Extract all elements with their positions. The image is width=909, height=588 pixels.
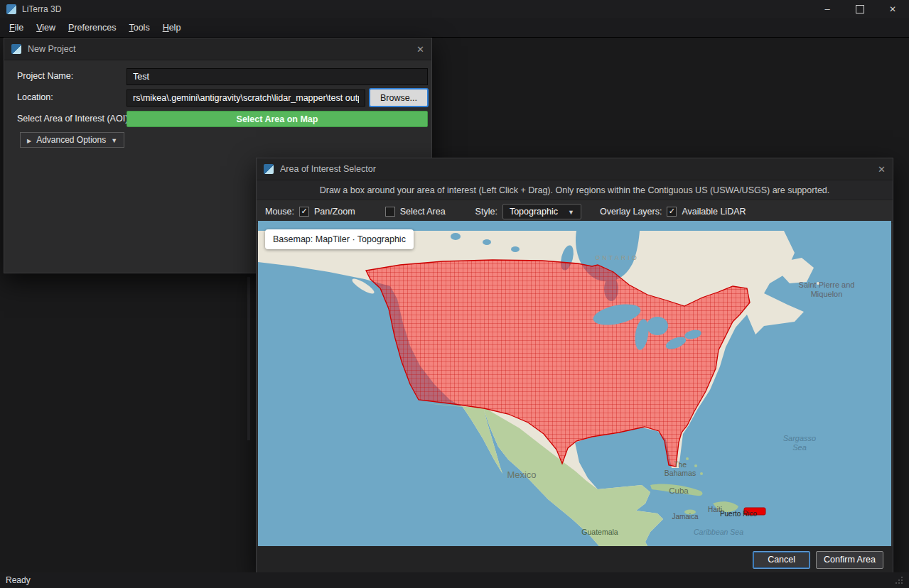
project-name-label: Project Name: — [17, 71, 73, 81]
aoi-titlebar: Area of Interest Selector — [257, 158, 893, 180]
aoi-instructions: Draw a box around your area of interest … — [257, 180, 893, 200]
menubar: File View Preferences Tools Help — [0, 18, 909, 38]
aoi-label: Select Area of Interest (AOI): — [17, 114, 131, 124]
minimize-icon — [824, 4, 829, 14]
app-window: LiTerra 3D File View Preferences Tools H… — [0, 0, 909, 588]
close-button[interactable] — [876, 0, 909, 18]
style-label: Style: — [475, 207, 497, 217]
expander-arrow-icon — [27, 135, 31, 145]
jamaica-island — [684, 510, 696, 515]
lake — [511, 246, 520, 252]
lake — [451, 233, 461, 240]
bahamas-island — [686, 457, 689, 460]
background-divider — [247, 277, 250, 440]
new-project-titlebar: New Project — [4, 38, 431, 60]
chevron-down-icon — [568, 207, 574, 217]
style-dropdown[interactable]: Topographic — [502, 204, 581, 219]
app-icon — [6, 4, 16, 14]
browse-button[interactable]: Browse... — [369, 88, 429, 107]
available-lidar-checkbox[interactable] — [667, 207, 677, 217]
menu-view[interactable]: View — [30, 21, 62, 35]
available-lidar-label: Available LiDAR — [682, 207, 746, 217]
menu-help[interactable]: Help — [156, 21, 188, 35]
select-area-label: Select Area — [400, 207, 446, 217]
cancel-button[interactable]: Cancel — [753, 551, 810, 569]
bahamas-island — [700, 472, 703, 475]
map-canvas — [258, 221, 891, 546]
aoi-title: Area of Interest Selector — [280, 164, 376, 174]
statusbar: Ready — [0, 572, 909, 588]
pan-zoom-checkbox[interactable] — [299, 207, 309, 217]
bahamas-island — [694, 464, 697, 467]
select-area-on-map-button[interactable]: Select Area on Map — [127, 111, 428, 127]
aoi-toolbar: Mouse: Pan/Zoom Select Area Style: Topog… — [257, 200, 893, 223]
dialog-icon — [11, 44, 21, 54]
close-icon — [889, 4, 896, 14]
dialog-icon — [264, 164, 274, 174]
aoi-footer: Cancel Confirm Area — [257, 546, 893, 573]
lake-huron — [647, 317, 668, 335]
project-name-input[interactable] — [127, 68, 428, 85]
aoi-selector-dialog: Area of Interest Selector Draw a box aro… — [256, 158, 893, 574]
lake — [483, 239, 491, 245]
confirm-area-button[interactable]: Confirm Area — [816, 551, 883, 569]
location-input[interactable] — [127, 89, 365, 107]
close-icon[interactable] — [416, 44, 424, 55]
window-titlebar: LiTerra 3D — [0, 0, 909, 18]
overlay-layers-label: Overlay Layers: — [600, 207, 662, 217]
menu-tools[interactable]: Tools — [122, 21, 156, 35]
saint-pierre-island — [817, 282, 819, 285]
window-controls — [811, 0, 909, 18]
minimize-button[interactable] — [811, 0, 844, 18]
advanced-options-label: Advanced Options — [36, 135, 106, 145]
resize-grip-icon[interactable] — [895, 576, 903, 584]
status-text: Ready — [6, 575, 31, 585]
lidar-puerto-rico-patch — [744, 508, 765, 515]
basemap-attribution-badge: Basemap: MapTiler · Topographic — [265, 229, 414, 249]
select-area-checkbox[interactable] — [385, 207, 395, 217]
chevron-down-icon — [111, 135, 117, 145]
maximize-icon — [856, 5, 864, 13]
map-viewport[interactable]: Basemap: MapTiler · Topographic ONTARIO … — [258, 221, 891, 546]
location-label: Location: — [17, 92, 53, 102]
window-title: LiTerra 3D — [22, 4, 61, 14]
pan-zoom-label: Pan/Zoom — [314, 207, 355, 217]
menu-file[interactable]: File — [3, 21, 30, 35]
close-icon[interactable] — [878, 164, 886, 175]
maximize-button[interactable] — [844, 0, 876, 18]
menu-preferences[interactable]: Preferences — [62, 21, 122, 35]
mouse-label: Mouse: — [265, 207, 294, 217]
style-value: Topographic — [510, 207, 558, 217]
advanced-options-expander[interactable]: Advanced Options — [20, 132, 124, 148]
new-project-title: New Project — [28, 44, 75, 54]
